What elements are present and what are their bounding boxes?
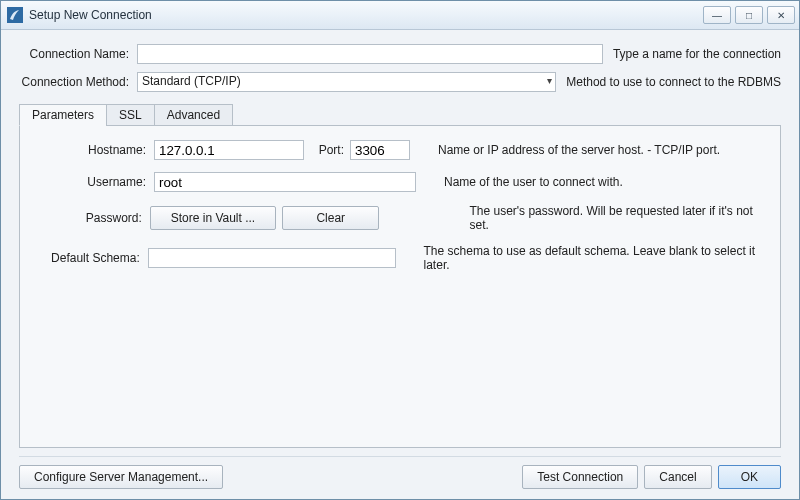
row-connection-method: Connection Method: Standard (TCP/IP) ▾ M…: [19, 72, 781, 92]
label-port: Port:: [304, 143, 350, 157]
test-connection-button[interactable]: Test Connection: [522, 465, 638, 489]
hint-default-schema: The schema to use as default schema. Lea…: [424, 244, 764, 272]
label-default-schema: Default Schema:: [36, 251, 148, 265]
label-connection-method: Connection Method:: [19, 75, 137, 89]
app-icon: [7, 7, 23, 23]
footer: Configure Server Management... Test Conn…: [19, 456, 781, 489]
connection-method-select[interactable]: Standard (TCP/IP) ▾: [137, 72, 556, 92]
hint-username: Name of the user to connect with.: [444, 175, 623, 189]
maximize-button[interactable]: □: [735, 6, 763, 24]
row-hostname: Hostname: Port: Name or IP address of th…: [36, 140, 764, 160]
label-hostname: Hostname:: [36, 143, 154, 157]
port-input[interactable]: [350, 140, 410, 160]
row-default-schema: Default Schema: The schema to use as def…: [36, 244, 764, 272]
ok-button[interactable]: OK: [718, 465, 781, 489]
hint-connection-name: Type a name for the connection: [613, 47, 781, 61]
panel-parameters: Hostname: Port: Name or IP address of th…: [19, 126, 781, 448]
store-in-vault-button[interactable]: Store in Vault ...: [150, 206, 276, 230]
hint-hostname: Name or IP address of the server host. -…: [438, 143, 720, 157]
tab-bar: Parameters SSL Advanced: [19, 103, 781, 126]
window-title: Setup New Connection: [29, 8, 152, 22]
clear-password-button[interactable]: Clear: [282, 206, 379, 230]
label-username: Username:: [36, 175, 154, 189]
tab-advanced[interactable]: Advanced: [154, 104, 233, 126]
row-connection-name: Connection Name: Type a name for the con…: [19, 44, 781, 64]
row-username: Username: Name of the user to connect wi…: [36, 172, 764, 192]
row-password: Password: Store in Vault ... Clear The u…: [36, 204, 764, 232]
username-input[interactable]: [154, 172, 416, 192]
connection-method-value: Standard (TCP/IP): [137, 72, 556, 92]
hostname-input[interactable]: [154, 140, 304, 160]
configure-server-management-button[interactable]: Configure Server Management...: [19, 465, 223, 489]
hint-connection-method: Method to use to connect to the RDBMS: [566, 75, 781, 89]
minimize-button[interactable]: —: [703, 6, 731, 24]
label-password: Password:: [36, 211, 150, 225]
hint-password: The user's password. Will be requested l…: [469, 204, 764, 232]
titlebar: Setup New Connection — □ ✕: [1, 1, 799, 30]
chevron-down-icon: ▾: [547, 75, 552, 86]
cancel-button[interactable]: Cancel: [644, 465, 711, 489]
label-connection-name: Connection Name:: [19, 47, 137, 61]
default-schema-input[interactable]: [148, 248, 396, 268]
client-area: Connection Name: Type a name for the con…: [1, 30, 799, 499]
tab-parameters[interactable]: Parameters: [19, 104, 107, 126]
dialog-window: Setup New Connection — □ ✕ Connection Na…: [0, 0, 800, 500]
close-button[interactable]: ✕: [767, 6, 795, 24]
tab-ssl[interactable]: SSL: [106, 104, 155, 126]
connection-name-input[interactable]: [137, 44, 603, 64]
